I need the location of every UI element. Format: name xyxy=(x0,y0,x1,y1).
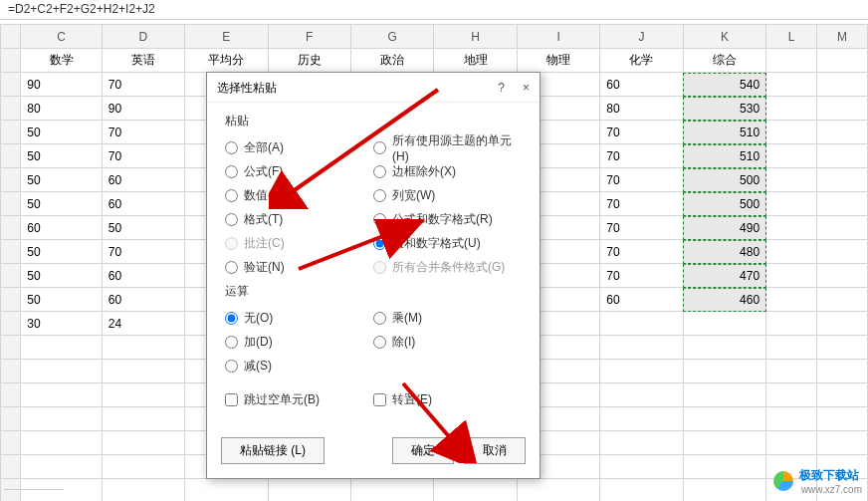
col-header[interactable]: M xyxy=(816,25,867,49)
cell[interactable] xyxy=(600,383,683,407)
cell[interactable] xyxy=(766,431,817,455)
opt-source-theme[interactable]: 所有使用源主题的单元(H) xyxy=(373,135,522,159)
cell[interactable]: 90 xyxy=(21,73,102,97)
cell[interactable] xyxy=(816,431,867,455)
col-header[interactable]: F xyxy=(268,25,350,49)
row-header[interactable] xyxy=(1,312,21,336)
calc-sub[interactable]: 减(S) xyxy=(225,354,373,377)
cell[interactable]: 50 xyxy=(21,240,102,264)
paste-link-button[interactable]: 粘贴链接 (L) xyxy=(221,437,325,464)
cell[interactable]: 70 xyxy=(102,240,184,264)
cell[interactable]: 490 xyxy=(683,216,765,240)
opt-value-num-formats[interactable]: 值和数字格式(U) xyxy=(373,231,522,255)
cell[interactable]: 50 xyxy=(21,144,102,168)
row-header[interactable] xyxy=(1,288,21,312)
cell[interactable]: 50 xyxy=(21,192,102,216)
opt-formats[interactable]: 格式(T) xyxy=(225,207,373,231)
cell[interactable]: 英语 xyxy=(102,49,184,73)
opt-values[interactable]: 数值(V) xyxy=(225,183,373,207)
cell[interactable]: 50 xyxy=(102,216,184,240)
cell[interactable]: 70 xyxy=(600,264,683,288)
cell[interactable]: 24 xyxy=(102,312,184,336)
cell[interactable] xyxy=(766,288,817,312)
cell[interactable]: 510 xyxy=(683,144,765,168)
cell[interactable]: 政治 xyxy=(351,49,434,73)
col-header[interactable]: C xyxy=(21,25,102,49)
row-header[interactable] xyxy=(1,49,21,73)
cell[interactable] xyxy=(766,360,817,383)
col-header[interactable]: L xyxy=(766,25,817,49)
cell[interactable] xyxy=(766,336,817,360)
row-header[interactable] xyxy=(1,192,21,216)
opt-validation[interactable]: 验证(N) xyxy=(225,255,373,279)
cell[interactable]: 历史 xyxy=(268,49,350,73)
cell[interactable] xyxy=(816,97,867,121)
col-header[interactable]: E xyxy=(185,25,268,49)
calc-none[interactable]: 无(O) xyxy=(225,306,373,330)
col-header[interactable]: D xyxy=(102,25,184,49)
cell[interactable]: 540 xyxy=(683,73,765,97)
cell[interactable] xyxy=(21,455,102,479)
cell[interactable]: 60 xyxy=(600,288,683,312)
cell[interactable] xyxy=(102,336,184,360)
row-header[interactable] xyxy=(1,455,21,479)
cell[interactable] xyxy=(816,192,867,216)
cell[interactable] xyxy=(766,49,817,73)
cell[interactable] xyxy=(21,336,102,360)
cell[interactable] xyxy=(766,192,817,216)
cell[interactable]: 60 xyxy=(21,216,102,240)
row-header[interactable] xyxy=(1,240,21,264)
cell[interactable] xyxy=(766,216,817,240)
cell[interactable]: 60 xyxy=(102,288,184,312)
cell[interactable]: 50 xyxy=(21,121,102,144)
opt-except-borders[interactable]: 边框除外(X) xyxy=(373,159,522,183)
cell[interactable] xyxy=(102,455,184,479)
cell[interactable]: 470 xyxy=(683,264,765,288)
cell[interactable]: 70 xyxy=(600,144,683,168)
cell[interactable] xyxy=(766,240,817,264)
cell[interactable] xyxy=(683,360,765,383)
cell[interactable] xyxy=(816,73,867,97)
cell[interactable]: 530 xyxy=(683,97,765,121)
cell[interactable] xyxy=(683,479,765,502)
cell[interactable]: 70 xyxy=(102,121,184,144)
cancel-button[interactable]: 取消 xyxy=(464,437,526,464)
opt-all[interactable]: 全部(A) xyxy=(225,135,373,159)
cell[interactable] xyxy=(766,264,817,288)
cell[interactable] xyxy=(102,431,184,455)
cell[interactable]: 数学 xyxy=(21,49,102,73)
cell[interactable]: 70 xyxy=(600,216,683,240)
cell[interactable] xyxy=(683,312,765,336)
cell[interactable]: 80 xyxy=(600,97,683,121)
col-header[interactable]: I xyxy=(517,25,599,49)
cell[interactable] xyxy=(600,312,683,336)
row-header[interactable] xyxy=(1,73,21,97)
cell[interactable]: 60 xyxy=(102,168,184,192)
cell[interactable] xyxy=(766,407,817,431)
cell[interactable] xyxy=(21,431,102,455)
cell[interactable] xyxy=(816,49,867,73)
opt-col-widths[interactable]: 列宽(W) xyxy=(373,183,522,207)
cell[interactable] xyxy=(683,455,765,479)
cell[interactable] xyxy=(816,240,867,264)
cell[interactable] xyxy=(766,168,817,192)
col-header[interactable]: J xyxy=(600,25,683,49)
row-header[interactable] xyxy=(1,407,21,431)
opt-formula-num-formats[interactable]: 公式和数字格式(R) xyxy=(373,207,522,231)
cell[interactable] xyxy=(600,407,683,431)
cell[interactable]: 70 xyxy=(600,192,683,216)
ok-button[interactable]: 确定 xyxy=(392,437,454,464)
cell[interactable] xyxy=(351,479,434,502)
cell[interactable] xyxy=(816,288,867,312)
cell[interactable] xyxy=(600,479,683,502)
cell[interactable] xyxy=(816,216,867,240)
transpose-checkbox[interactable]: 转置(E) xyxy=(373,387,522,411)
cell[interactable] xyxy=(600,431,683,455)
col-header[interactable]: G xyxy=(351,25,434,49)
calc-add[interactable]: 加(D) xyxy=(225,330,373,354)
calc-div[interactable]: 除(I) xyxy=(373,330,522,354)
cell[interactable]: 500 xyxy=(683,192,765,216)
cell[interactable] xyxy=(816,407,867,431)
row-header[interactable] xyxy=(1,383,21,407)
row-header[interactable] xyxy=(1,168,21,192)
